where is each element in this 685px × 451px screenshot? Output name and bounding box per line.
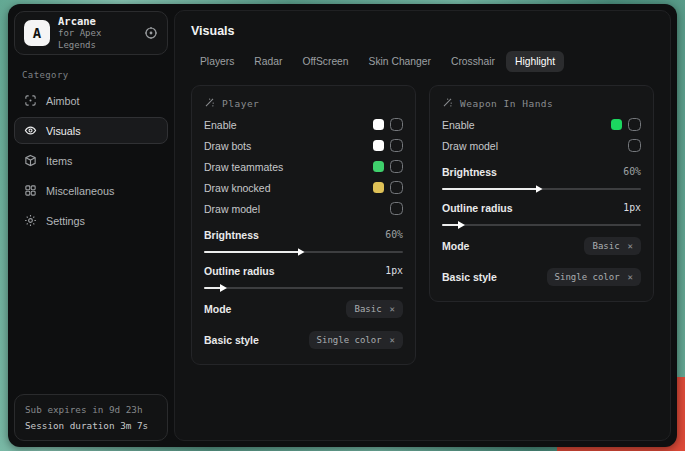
basic-style-select-row: Basic style Single color ✕ xyxy=(442,266,641,288)
remove-tag-icon[interactable]: ✕ xyxy=(628,272,633,282)
toggle-row-draw-model: Draw model xyxy=(442,135,641,156)
slider-thumb[interactable] xyxy=(220,284,227,292)
tag-label: Single color xyxy=(555,272,620,282)
sidebar-item-settings[interactable]: Settings xyxy=(14,207,168,234)
color-swatch[interactable] xyxy=(373,182,384,193)
toggle-row-draw-teammates: Draw teammates xyxy=(204,156,403,177)
magic-wand-icon xyxy=(204,97,215,110)
remove-tag-icon[interactable]: ✕ xyxy=(390,335,395,345)
session-duration-text: Session duration 3m 7s xyxy=(25,418,157,433)
toggle-row-draw-model: Draw model xyxy=(204,198,403,219)
toggle-row-draw-knocked: Draw knocked xyxy=(204,177,403,198)
app-name: Arcane xyxy=(58,15,136,28)
toggle-label: Enable xyxy=(442,119,611,131)
remove-tag-icon[interactable]: ✕ xyxy=(390,304,395,314)
slider-label: Outline radius xyxy=(204,265,385,277)
tag-label: Single color xyxy=(317,335,382,345)
basic-style-tag[interactable]: Single color ✕ xyxy=(547,268,641,286)
cube-icon xyxy=(24,154,37,167)
remove-tag-icon[interactable]: ✕ xyxy=(628,241,633,251)
basic-style-tag[interactable]: Single color ✕ xyxy=(309,331,403,349)
slider-thumb[interactable] xyxy=(458,221,465,229)
tab-skin-changer[interactable]: Skin Changer xyxy=(360,51,440,72)
slider-label: Brightness xyxy=(442,166,623,178)
toggle-label: Enable xyxy=(204,119,373,131)
checkbox[interactable] xyxy=(390,118,403,131)
toggle-row-enable: Enable xyxy=(204,114,403,135)
brightness-slider-row: Brightness 60% xyxy=(442,163,641,190)
sidebar: A Arcane for Apex Legends Category xyxy=(8,4,172,447)
toggle-row-enable: Enable xyxy=(442,114,641,135)
tabs-bar: Players Radar OffScreen Skin Changer Cro… xyxy=(191,51,654,72)
slider-track[interactable] xyxy=(204,287,403,289)
tab-players[interactable]: Players xyxy=(191,51,243,72)
slider-label: Outline radius xyxy=(442,202,623,214)
panel-title: Weapon In Hands xyxy=(460,98,553,109)
mode-tag[interactable]: Basic ✕ xyxy=(346,300,403,318)
app-header-card: A Arcane for Apex Legends xyxy=(14,11,168,55)
color-swatch[interactable] xyxy=(611,119,622,130)
brightness-slider-row: Brightness 60% xyxy=(204,226,403,253)
color-swatch[interactable] xyxy=(373,119,384,130)
toggle-label: Draw model xyxy=(442,140,628,152)
sidebar-item-label: Miscellaneous xyxy=(46,185,114,197)
select-label: Mode xyxy=(204,303,346,315)
tag-label: Basic xyxy=(592,241,619,251)
mode-select-row: Mode Basic ✕ xyxy=(204,298,403,320)
tab-crosshair[interactable]: Crosshair xyxy=(442,51,504,72)
gear-icon xyxy=(24,214,37,227)
settings-panels: Player Enable Draw bots Draw teammates xyxy=(191,85,654,365)
page-title: Visuals xyxy=(191,24,654,38)
toggle-label: Draw bots xyxy=(204,140,373,152)
player-panel-header: Player xyxy=(204,97,403,110)
mode-tag[interactable]: Basic ✕ xyxy=(584,237,641,255)
checkbox[interactable] xyxy=(390,139,403,152)
weapon-panel-header: Weapon In Hands xyxy=(442,97,641,110)
color-swatch[interactable] xyxy=(373,161,384,172)
checkbox[interactable] xyxy=(628,139,641,152)
checkbox[interactable] xyxy=(390,202,403,215)
slider-thumb[interactable] xyxy=(298,248,305,256)
subscription-info-card: Sub expires in 9d 23h Session duration 3… xyxy=(14,394,168,441)
sidebar-item-label: Visuals xyxy=(46,125,81,137)
slider-value: 60% xyxy=(385,229,403,240)
app-window: A Arcane for Apex Legends Category xyxy=(8,4,677,447)
sidebar-nav: Aimbot Visuals Items xyxy=(14,87,168,234)
app-logo: A xyxy=(24,20,50,46)
slider-thumb[interactable] xyxy=(536,185,543,193)
app-meta: Arcane for Apex Legends xyxy=(58,15,136,51)
tab-radar[interactable]: Radar xyxy=(245,51,291,72)
magic-wand-icon xyxy=(442,97,453,110)
sidebar-item-label: Settings xyxy=(46,215,85,227)
panel-title: Player xyxy=(222,98,259,109)
slider-track[interactable] xyxy=(442,224,641,226)
tab-offscreen[interactable]: OffScreen xyxy=(293,51,357,72)
basic-style-select-row: Basic style Single color ✕ xyxy=(204,329,403,351)
sidebar-item-aimbot[interactable]: Aimbot xyxy=(14,87,168,114)
mode-select-row: Mode Basic ✕ xyxy=(442,235,641,257)
checkbox[interactable] xyxy=(390,181,403,194)
sidebar-item-items[interactable]: Items xyxy=(14,147,168,174)
eye-icon xyxy=(24,124,37,137)
sidebar-item-visuals[interactable]: Visuals xyxy=(14,117,168,144)
sidebar-item-label: Items xyxy=(46,155,72,167)
checkbox[interactable] xyxy=(628,118,641,131)
tag-label: Basic xyxy=(354,304,381,314)
target-icon[interactable] xyxy=(144,26,158,40)
checkbox[interactable] xyxy=(390,160,403,173)
slider-track[interactable] xyxy=(204,251,403,253)
tab-highlight[interactable]: Highlight xyxy=(506,51,564,72)
color-swatch[interactable] xyxy=(373,140,384,151)
sidebar-item-miscellaneous[interactable]: Miscellaneous xyxy=(14,177,168,204)
toggle-label: Draw knocked xyxy=(204,182,373,194)
select-label: Basic style xyxy=(442,271,547,283)
select-label: Mode xyxy=(442,240,584,252)
select-label: Basic style xyxy=(204,334,309,346)
outline-radius-slider-row: Outline radius 1px xyxy=(204,262,403,289)
player-panel: Player Enable Draw bots Draw teammates xyxy=(191,85,416,365)
crosshair-icon xyxy=(24,94,37,107)
layout-grid-icon xyxy=(24,184,37,197)
slider-label: Brightness xyxy=(204,229,385,241)
sidebar-item-label: Aimbot xyxy=(46,95,80,107)
slider-track[interactable] xyxy=(442,188,641,190)
